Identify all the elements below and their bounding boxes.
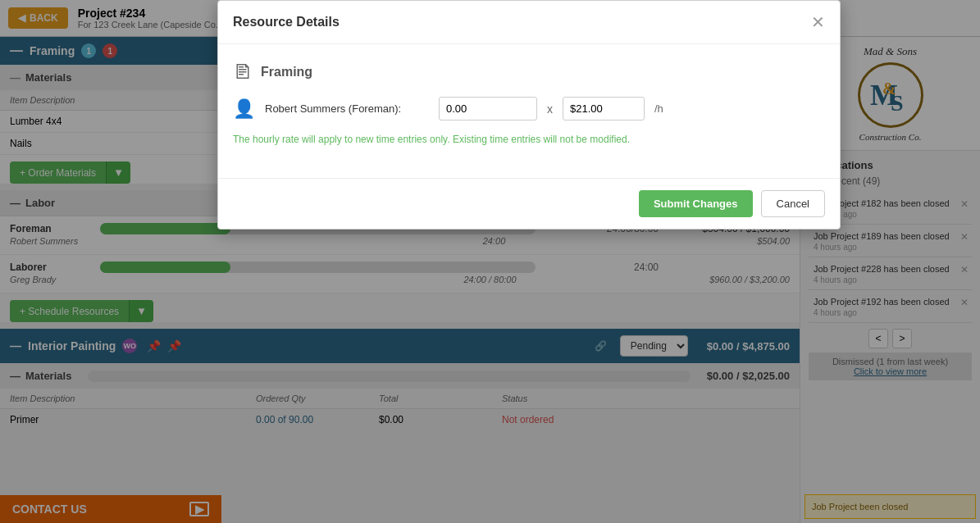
submit-changes-button[interactable]: Submit Changes <box>639 190 753 217</box>
document-icon: 🖹 <box>233 61 253 84</box>
cancel-button[interactable]: Cancel <box>761 190 825 217</box>
modal-section-title: 🖹 Framing <box>233 61 825 84</box>
hours-input[interactable] <box>439 97 537 121</box>
modal-close-button[interactable]: ✕ <box>811 12 825 32</box>
resource-details-modal: Resource Details ✕ 🖹 Framing 👤 Robert Su… <box>217 0 841 230</box>
modal-person-row: 👤 Robert Summers (Foreman): x /h <box>233 97 825 121</box>
modal-title: Resource Details <box>233 15 340 30</box>
modal-header: Resource Details ✕ <box>218 1 840 44</box>
modal-footer: Submit Changes Cancel <box>218 178 840 229</box>
person-label: Robert Summers (Foreman): <box>265 102 429 115</box>
modal-body: 🖹 Framing 👤 Robert Summers (Foreman): x … <box>218 44 840 178</box>
modal-note: The hourly rate will apply to new time e… <box>233 134 825 145</box>
modal-section-name: Framing <box>261 65 312 80</box>
rate-input[interactable] <box>563 97 645 121</box>
multiply-sign: x <box>547 102 553 116</box>
person-icon: 👤 <box>233 98 255 120</box>
per-hour-label: /h <box>654 102 663 115</box>
modal-overlay: Resource Details ✕ 🖹 Framing 👤 Robert Su… <box>0 0 980 523</box>
